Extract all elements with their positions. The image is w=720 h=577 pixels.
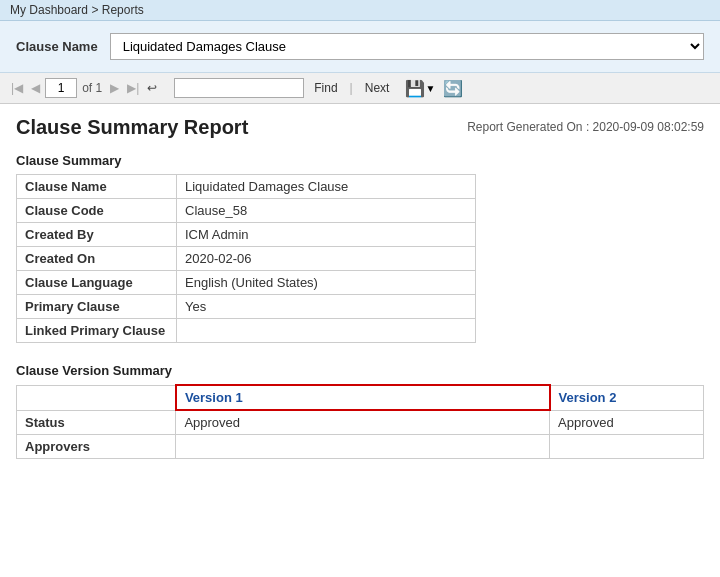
row-label: Created On — [17, 247, 177, 271]
search-input[interactable] — [174, 78, 304, 98]
breadcrumb-current: Reports — [102, 3, 144, 17]
nav-next-button[interactable]: ▶ — [107, 79, 122, 97]
clause-summary-table: Clause NameLiquidated Damages ClauseClau… — [16, 174, 476, 343]
save-icon-button[interactable]: 💾 ▼ — [403, 79, 437, 98]
row-value: 2020-02-06 — [177, 247, 476, 271]
refresh-icon-button[interactable]: 🔄 — [441, 79, 465, 98]
row-label: Status — [17, 410, 176, 435]
nav-prev-button[interactable]: ◀ — [28, 79, 43, 97]
row-value: ICM Admin — [177, 223, 476, 247]
version-2-header: Version 2 — [550, 385, 704, 410]
version-2-approvers — [550, 435, 704, 459]
version-summary-table: Version 1Version 2 StatusApprovedApprove… — [16, 384, 704, 459]
breadcrumb-separator: > — [88, 3, 102, 17]
dropdown-arrow-icon: ▼ — [425, 83, 435, 94]
breadcrumb-home[interactable]: My Dashboard — [10, 3, 88, 17]
version-2-status: Approved — [550, 410, 704, 435]
clause-name-select[interactable]: Liquidated Damages Clause — [110, 33, 704, 60]
clause-summary-heading: Clause Summary — [16, 153, 704, 168]
next-button[interactable]: Next — [361, 79, 394, 97]
separator: | — [350, 81, 353, 95]
nav-first-button[interactable]: |◀ — [8, 79, 26, 97]
row-value: Liquidated Damages Clause — [177, 175, 476, 199]
table-row: Clause CodeClause_58 — [17, 199, 476, 223]
save-icon: 💾 — [405, 79, 425, 98]
table-row: Primary ClauseYes — [17, 295, 476, 319]
clause-name-label: Clause Name — [16, 39, 98, 54]
table-row: Clause NameLiquidated Damages Clause — [17, 175, 476, 199]
pagination-nav: |◀ ◀ of 1 ▶ ▶| ↩ — [8, 78, 160, 98]
version-summary-heading: Clause Version Summary — [16, 363, 704, 378]
version-header-row: Version 1Version 2 — [17, 385, 704, 410]
version-1-status: Approved — [176, 410, 550, 435]
row-label: Approvers — [17, 435, 176, 459]
row-label: Linked Primary Clause — [17, 319, 177, 343]
report-toolbar: |◀ ◀ of 1 ▶ ▶| ↩ Find | Next 💾 ▼ 🔄 — [0, 73, 720, 104]
version-1-header: Version 1 — [176, 385, 550, 410]
table-row: Linked Primary Clause — [17, 319, 476, 343]
row-value: Yes — [177, 295, 476, 319]
row-label: Clause Language — [17, 271, 177, 295]
page-number-input[interactable] — [45, 78, 77, 98]
report-header: Clause Summary Report Report Generated O… — [16, 116, 704, 139]
nav-last-button[interactable]: ▶| — [124, 79, 142, 97]
row-value — [177, 319, 476, 343]
table-row: Approvers — [17, 435, 704, 459]
page-of-label: of 1 — [82, 81, 102, 95]
row-label: Clause Name — [17, 175, 177, 199]
report-generated: Report Generated On : 2020-09-09 08:02:5… — [467, 120, 704, 134]
toolbar-icons: 💾 ▼ 🔄 — [403, 79, 465, 98]
row-value: English (United States) — [177, 271, 476, 295]
table-row: Created On2020-02-06 — [17, 247, 476, 271]
row-label: Clause Code — [17, 199, 177, 223]
table-row: StatusApprovedApproved — [17, 410, 704, 435]
row-value: Clause_58 — [177, 199, 476, 223]
report-area: Clause Summary Report Report Generated O… — [0, 104, 720, 481]
nav-back-button[interactable]: ↩ — [144, 79, 160, 97]
row-label: Primary Clause — [17, 295, 177, 319]
find-button[interactable]: Find — [310, 79, 341, 97]
generated-value: 2020-09-09 08:02:59 — [593, 120, 704, 134]
table-row: Created ByICM Admin — [17, 223, 476, 247]
table-row: Clause LanguageEnglish (United States) — [17, 271, 476, 295]
clause-selector-bar: Clause Name Liquidated Damages Clause — [0, 21, 720, 73]
version-label-col-header — [17, 385, 176, 410]
report-title: Clause Summary Report — [16, 116, 248, 139]
refresh-icon: 🔄 — [443, 79, 463, 98]
generated-label: Report Generated On : — [467, 120, 589, 134]
breadcrumb: My Dashboard > Reports — [0, 0, 720, 21]
row-label: Created By — [17, 223, 177, 247]
version-1-approvers — [176, 435, 550, 459]
